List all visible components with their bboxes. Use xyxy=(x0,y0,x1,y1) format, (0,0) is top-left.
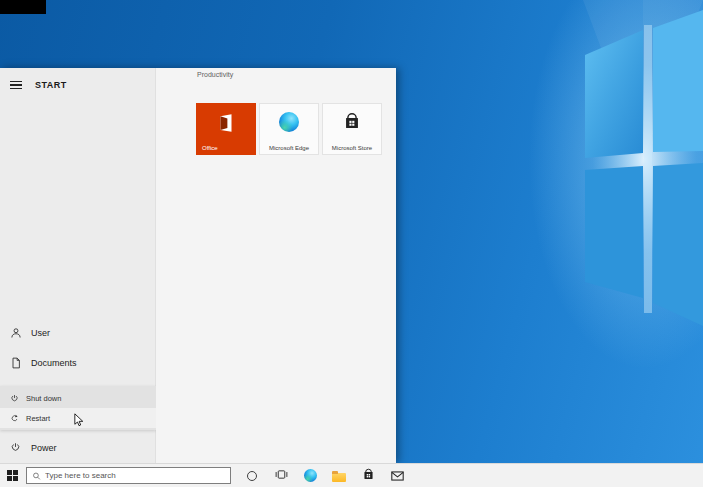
start-menu-tiles-panel: Productivity Office Microsoft Edge xyxy=(156,68,396,463)
tile-label: Microsoft Store xyxy=(323,145,381,151)
taskbar-tray xyxy=(244,464,405,487)
search-input[interactable] xyxy=(45,471,225,480)
power-icon xyxy=(10,442,22,454)
tile-label: Microsoft Edge xyxy=(260,145,318,151)
restart-icon xyxy=(10,414,19,423)
hamburger-menu-icon[interactable] xyxy=(10,81,22,90)
start-button[interactable] xyxy=(0,464,24,487)
sidebar-item-power[interactable]: Power xyxy=(0,436,156,460)
sidebar-item-user[interactable]: User xyxy=(0,320,156,346)
restart-label: Restart xyxy=(26,414,50,423)
edge-icon xyxy=(304,469,317,482)
cortana-button[interactable] xyxy=(244,468,260,484)
file-explorer-button[interactable] xyxy=(331,468,347,484)
mail-icon xyxy=(391,467,404,485)
store-icon xyxy=(362,467,375,485)
shutdown-menu-item[interactable]: Shut down xyxy=(0,388,156,408)
sidebar-item-documents[interactable]: Documents xyxy=(0,350,156,376)
tile-microsoft-store[interactable]: Microsoft Store xyxy=(322,103,382,155)
store-bag-icon xyxy=(343,112,362,131)
tile-office[interactable]: Office xyxy=(196,103,256,155)
power-label: Power xyxy=(31,443,57,453)
tile-label: Office xyxy=(202,145,218,151)
user-icon xyxy=(10,327,22,339)
taskbar xyxy=(0,463,703,487)
file-explorer-icon xyxy=(332,473,346,482)
tile-microsoft-edge[interactable]: Microsoft Edge xyxy=(259,103,319,155)
shutdown-label: Shut down xyxy=(26,394,61,403)
task-view-icon xyxy=(275,467,288,485)
tile-group-label: Productivity xyxy=(197,71,233,78)
start-title: START xyxy=(35,80,67,90)
search-icon xyxy=(32,471,41,480)
document-icon xyxy=(10,357,22,369)
sidebar-item-label: User xyxy=(31,328,50,338)
screen-corner-artifact xyxy=(0,0,46,14)
start-menu-rail: START User Documents xyxy=(0,68,156,463)
task-view-button[interactable] xyxy=(273,468,289,484)
screen: START User Documents xyxy=(0,0,703,487)
store-taskbar-button[interactable] xyxy=(360,468,376,484)
mail-button[interactable] xyxy=(389,468,405,484)
edge-taskbar-button[interactable] xyxy=(302,468,318,484)
mouse-cursor xyxy=(74,413,84,432)
edge-logo-icon xyxy=(279,112,299,132)
sidebar-item-label: Documents xyxy=(31,358,77,368)
search-box[interactable] xyxy=(26,467,231,484)
windows-logo-icon xyxy=(7,470,18,481)
wallpaper-window-logo xyxy=(493,0,703,380)
cortana-icon xyxy=(247,471,257,481)
start-menu-header: START xyxy=(10,80,67,90)
office-logo-icon xyxy=(215,112,237,134)
start-menu: START User Documents xyxy=(0,68,396,463)
shutdown-icon xyxy=(10,394,19,403)
